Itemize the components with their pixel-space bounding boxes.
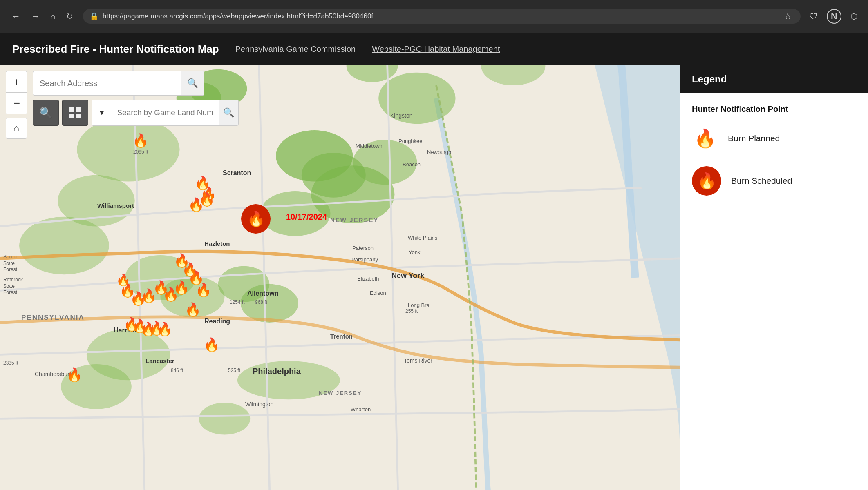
game-land-search-bar: ▼ 🔍 [92,100,239,126]
fire-planned-marker[interactable]: 🔥 [116,274,130,286]
svg-point-6 [260,191,331,236]
grid-tool-button[interactable] [62,100,88,126]
game-land-search-input[interactable] [112,108,219,117]
account-icon[interactable]: N [827,9,841,24]
address-search-input[interactable] [33,79,181,88]
legend-panel: Legend Hunter Notification Point 🔥 Burn … [680,65,868,490]
legend-header: Legend [680,65,868,93]
search-widgets: 🔍 🔍 ▼ 🔍 [33,71,239,126]
svg-point-9 [19,217,109,274]
fire-planned-marker[interactable]: 🔥 [66,368,83,381]
nav-buttons: ← → ⌂ ↻ [8,9,76,23]
svg-point-12 [218,266,270,302]
burn-scheduled-icon: 🔥 [692,166,721,196]
svg-rect-26 [76,114,81,118]
svg-point-18 [353,140,417,185]
url-text: https://pagame.maps.arcgis.com/apps/weba… [103,12,778,20]
game-land-search-button[interactable]: 🔍 [219,100,238,126]
svg-point-16 [237,361,340,399]
search-tools-row: 🔍 ▼ 🔍 [33,100,239,126]
map-area[interactable]: + − ⌂ 🔍 🔍 [0,65,680,490]
legend-item-burn-planned: 🔥 Burn Planned [692,125,857,151]
search-tool-button[interactable]: 🔍 [33,100,59,126]
zoom-controls: + − [6,71,27,114]
legend-content: Hunter Notification Point 🔥 Burn Planned… [680,93,868,222]
security-icon: 🔒 [89,12,98,21]
main-container: + − ⌂ 🔍 🔍 [0,65,868,490]
forward-button[interactable]: → [28,9,43,23]
address-search-button[interactable]: 🔍 [181,71,204,96]
bookmark-icon[interactable]: ☆ [782,11,794,21]
burn-scheduled-label: Burn Scheduled [731,176,792,186]
refresh-button[interactable]: ↻ [63,10,76,23]
zoom-out-button[interactable]: − [6,93,27,114]
fire-planned-marker[interactable]: 🔥 [199,193,215,206]
svg-point-19 [378,73,455,124]
svg-point-17 [199,403,251,434]
address-search-bar: 🔍 [33,71,204,96]
map-home-button[interactable]: ⌂ [6,118,27,139]
svg-point-7 [77,118,179,182]
legend-item-burn-scheduled: 🔥 Burn Scheduled [692,166,857,196]
extension-icon: ⬡ [848,11,860,21]
header-link[interactable]: Website-PGC Habitat Management [372,45,500,54]
fire-planned-marker[interactable]: 🔥 [204,338,220,351]
dropdown-arrow-button[interactable]: ▼ [92,100,112,126]
fire-planned-marker[interactable]: 🔥 [185,303,201,316]
back-button[interactable]: ← [8,9,24,23]
browser-shield-icon: 🛡 [807,12,820,21]
map-controls: + − ⌂ [6,71,27,139]
map-background [0,65,680,490]
fire-planned-marker[interactable]: 🔥 [157,323,173,336]
fire-scheduled-marker[interactable]: 🔥 [241,204,271,234]
burn-planned-icon: 🔥 [692,125,718,151]
legend-section-title: Hunter Notification Point [692,105,857,114]
address-bar[interactable]: 🔒 https://pagame.maps.arcgis.com/apps/we… [83,9,801,24]
app-title: Prescribed Fire - Hunter Notification Ma… [12,43,219,56]
fire-planned-marker[interactable]: 🔥 [195,283,212,296]
zoom-in-button[interactable]: + [6,71,27,93]
burn-planned-label: Burn Planned [728,134,780,143]
svg-rect-23 [69,107,74,112]
svg-rect-24 [76,107,81,112]
browser-chrome: ← → ⌂ ↻ 🔒 https://pagame.maps.arcgis.com… [0,0,868,33]
legend-title: Legend [692,74,727,85]
header-subtitle: Pennsylvania Game Commission [235,45,356,54]
grid-icon [69,107,81,119]
browser-home-button[interactable]: ⌂ [47,10,59,23]
fire-planned-marker[interactable]: 🔥 [123,318,140,331]
app-header: Prescribed Fire - Hunter Notification Ma… [0,33,868,65]
svg-rect-25 [69,114,74,118]
fire-planned-marker[interactable]: 🔥 [132,134,149,147]
